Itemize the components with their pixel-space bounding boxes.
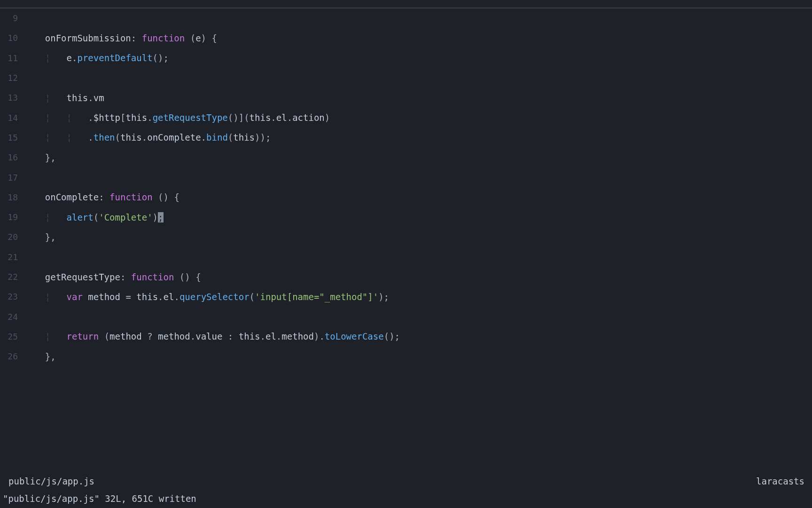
code-content[interactable]: ¦ return (method ? method.value : this.e… xyxy=(23,332,812,341)
line-number: 26 xyxy=(0,352,23,361)
code-content[interactable]: ¦ e.preventDefault(); xyxy=(23,54,812,63)
status-file-path: public/js/app.js xyxy=(8,477,94,486)
line-number: 12 xyxy=(0,74,23,82)
code-area[interactable]: 910 onFormSubmission: function (e) {11 ¦… xyxy=(0,0,812,508)
token-punctuation: ( xyxy=(190,33,195,43)
token-function-name: bind xyxy=(206,132,228,143)
line-number: 13 xyxy=(0,94,23,102)
token-punctuation: : xyxy=(120,272,125,282)
token-punctuation: ). xyxy=(314,331,325,341)
token-plain xyxy=(72,112,88,123)
code-line[interactable]: 13 ¦ this.vm xyxy=(0,88,812,108)
code-content[interactable]: ¦ var method = this.el.querySelector('in… xyxy=(23,293,812,302)
token-plain xyxy=(50,212,66,222)
token-keyword: var xyxy=(67,292,83,302)
token-string: 'Complete' xyxy=(99,212,152,222)
code-line[interactable]: 15 ¦ ¦ .then(this.onComplete.bind(this))… xyxy=(0,128,812,148)
code-line[interactable]: 22 getRequestType: function () { xyxy=(0,267,812,287)
token-punctuation: . xyxy=(174,292,179,302)
token-plain: this xyxy=(125,112,147,123)
code-content[interactable]: ¦ alert('Complete'); xyxy=(23,213,812,222)
token-punctuation: . xyxy=(147,112,152,123)
code-line[interactable]: 26 }, xyxy=(0,347,812,366)
token-punctuation: ()]( xyxy=(228,112,250,123)
token-punctuation: . xyxy=(72,53,77,63)
code-content[interactable]: ¦ this.vm xyxy=(23,94,812,103)
token-punctuation: . xyxy=(287,112,292,123)
token-plain: el xyxy=(276,112,287,123)
code-line[interactable]: 9 xyxy=(0,8,812,28)
token-keyword: return xyxy=(67,331,99,341)
token-punctuation: ( xyxy=(104,331,109,341)
code-content[interactable]: ¦ ¦ .then(this.onComplete.bind(this)); xyxy=(23,133,812,142)
code-line[interactable]: 14 ¦ ¦ .$http[this.getRequestType()](thi… xyxy=(0,108,812,127)
token-punctuation: . xyxy=(201,132,206,143)
line-number: 22 xyxy=(0,273,23,281)
line-number: 19 xyxy=(0,213,23,222)
code-line[interactable]: 24 xyxy=(0,307,812,326)
line-number: 25 xyxy=(0,333,23,341)
token-punctuation: . xyxy=(190,331,195,341)
token-operator: ? xyxy=(147,331,152,341)
code-content[interactable]: onFormSubmission: function (e) { xyxy=(23,34,812,43)
token-punctuation: ( xyxy=(115,132,120,143)
code-line[interactable]: 10 onFormSubmission: function (e) { xyxy=(0,28,812,48)
token-plain xyxy=(23,112,45,123)
code-line[interactable]: 18 onComplete: function () { xyxy=(0,188,812,207)
token-punctuation: }, xyxy=(45,152,56,163)
token-punctuation: ) xyxy=(153,212,158,222)
status-bar: public/js/app.js laracasts xyxy=(0,472,812,491)
token-indent-guide: ¦ xyxy=(45,292,50,302)
code-content[interactable]: ¦ ¦ .$http[this.getRequestType()](this.e… xyxy=(23,113,812,122)
code-content[interactable]: getRequestType: function () { xyxy=(23,273,812,282)
token-plain: this xyxy=(120,132,142,143)
token-plain xyxy=(23,33,45,43)
line-number: 15 xyxy=(0,134,23,142)
token-plain xyxy=(23,152,45,163)
token-indent-guide: ¦ xyxy=(67,112,72,123)
token-plain: method xyxy=(158,331,190,341)
token-punctuation: [ xyxy=(120,112,125,123)
token-plain xyxy=(50,132,66,143)
code-line[interactable]: 12 xyxy=(0,68,812,88)
token-indent-guide: ¦ xyxy=(45,93,50,103)
token-plain xyxy=(23,53,45,63)
token-plain: el xyxy=(164,292,174,302)
token-plain: onComplete xyxy=(45,192,99,202)
code-line[interactable]: 20 }, xyxy=(0,227,812,247)
token-plain xyxy=(233,331,238,341)
token-plain: this xyxy=(239,331,260,341)
token-plain: onFormSubmission xyxy=(45,33,131,43)
token-plain: this xyxy=(233,132,255,143)
token-plain xyxy=(136,33,141,43)
token-plain xyxy=(169,192,174,202)
token-plain: el xyxy=(265,331,276,341)
token-punctuation: ( xyxy=(228,132,233,143)
token-punctuation: . xyxy=(260,331,265,341)
code-line[interactable]: 23 ¦ var method = this.el.querySelector(… xyxy=(0,287,812,307)
token-punctuation: ( xyxy=(94,212,99,222)
code-content[interactable]: }, xyxy=(23,153,812,162)
token-plain xyxy=(50,292,66,302)
top-border xyxy=(0,8,812,8)
token-punctuation: . xyxy=(88,112,93,123)
token-keyword: function xyxy=(142,33,185,43)
code-line[interactable]: 11 ¦ e.preventDefault(); xyxy=(0,48,812,68)
code-line[interactable]: 19 ¦ alert('Complete'); xyxy=(0,207,812,227)
token-punctuation: . xyxy=(271,112,276,123)
code-content[interactable]: onComplete: function () { xyxy=(23,193,812,202)
code-line[interactable]: 16 }, xyxy=(0,148,812,167)
code-content[interactable]: }, xyxy=(23,233,812,242)
code-line[interactable]: 21 xyxy=(0,247,812,267)
code-content[interactable]: }, xyxy=(23,352,812,361)
token-punctuation: (); xyxy=(153,53,169,63)
token-operator: = xyxy=(125,292,131,302)
code-line[interactable]: 17 xyxy=(0,167,812,187)
status-right-label: laracasts xyxy=(756,477,804,486)
code-line[interactable]: 25 ¦ return (method ? method.value : thi… xyxy=(0,327,812,347)
token-function-name: toLowerCase xyxy=(325,331,384,341)
token-plain: this xyxy=(67,93,88,103)
token-plain: e xyxy=(67,53,72,63)
token-plain xyxy=(142,331,147,341)
token-punctuation: ) xyxy=(325,112,330,123)
